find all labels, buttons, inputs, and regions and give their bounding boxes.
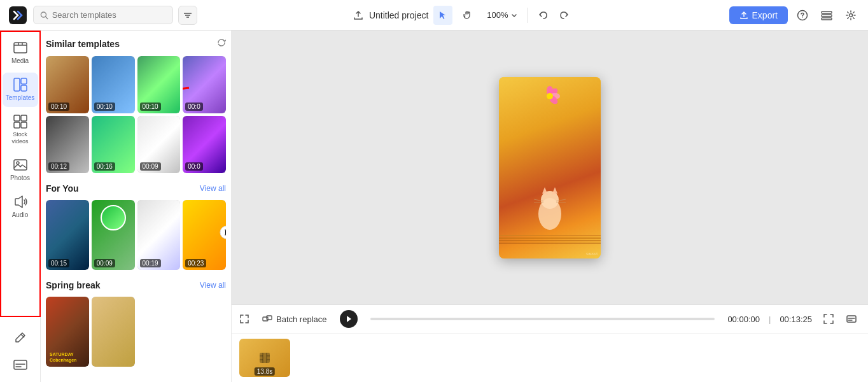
timeline-area: Batch replace 00:00:00 | 00:13:25 (232, 304, 868, 382)
svg-rect-47 (847, 316, 856, 322)
clip-icon (257, 350, 272, 365)
sidebar-item-audio[interactable]: Audio (3, 190, 38, 224)
media-icon (13, 41, 27, 55)
for-you-view-all[interactable]: View all (200, 184, 226, 193)
sidebar-item-photos[interactable]: Photos (3, 153, 38, 187)
svg-point-7 (802, 17, 802, 17)
zoom-control[interactable]: 100% (482, 8, 522, 22)
search-box[interactable] (33, 6, 173, 24)
template-duration: 00:10 (140, 103, 161, 111)
similar-templates-header: Similar templates (46, 38, 226, 50)
spring-break-grid: SATURDAYCobenhagen (46, 297, 226, 367)
project-info: Untitled project 100% (202, 6, 724, 25)
sidebar-item-edit[interactable] (3, 326, 38, 350)
lines-decoration (499, 233, 601, 246)
templates-panel: Similar templates 00:10 00:10 (41, 31, 232, 382)
undo-button[interactable] (533, 6, 552, 25)
template-placeholder (137, 297, 181, 367)
template-thumb[interactable]: 00:0 (183, 56, 226, 113)
time-current: 00:00:00 (727, 315, 760, 324)
batch-replace-button[interactable]: Batch replace (257, 311, 332, 327)
svg-marker-36 (552, 187, 557, 195)
template-thumb[interactable]: 00:10 (46, 56, 89, 113)
next-arrow-button[interactable] (220, 225, 226, 242)
template-thumb[interactable]: 00:10 (92, 56, 135, 113)
project-name: Untitled project (369, 10, 428, 20)
fullscreen-button[interactable] (820, 310, 837, 328)
timeline-right-controls (820, 310, 860, 328)
play-button[interactable] (340, 310, 358, 328)
templates-icon (13, 78, 27, 92)
account-button[interactable] (817, 6, 836, 25)
settings-button[interactable] (841, 6, 860, 25)
svg-rect-15 (21, 85, 27, 91)
svg-rect-18 (14, 122, 20, 128)
filter-button[interactable] (178, 6, 197, 25)
template-thumb[interactable]: SATURDAYCobenhagen (46, 297, 89, 367)
template-thumb[interactable]: 00:09 (92, 200, 135, 270)
caption-button[interactable] (843, 310, 860, 328)
template-thumb[interactable]: 00:23 (183, 200, 226, 270)
svg-marker-35 (542, 187, 548, 195)
sidebar-item-stock-videos[interactable]: Stock videos (3, 110, 38, 150)
canvas-area: capcut Batch replace (232, 31, 868, 382)
spring-break-view-all[interactable]: View all (200, 281, 226, 290)
refresh-button[interactable] (217, 38, 226, 50)
template-thumb[interactable]: 00:12 (46, 116, 89, 173)
template-thumb[interactable]: 00:10 (137, 56, 181, 113)
caption-icon (846, 314, 857, 324)
svg-rect-9 (822, 15, 832, 17)
toolbar-divider (528, 8, 528, 23)
sidebar-label-stock-videos: Stock videos (5, 131, 36, 145)
template-duration: 00:16 (94, 162, 115, 171)
hand-tool-button[interactable] (458, 6, 477, 25)
template-thumb[interactable]: 00:19 (137, 200, 181, 270)
cat-figure (531, 182, 569, 233)
zoom-level: 100% (487, 10, 508, 20)
timeline-progress-bar[interactable] (370, 318, 715, 320)
svg-point-27 (220, 226, 226, 239)
subtitle-icon (13, 358, 27, 372)
svg-rect-22 (14, 360, 27, 369)
svg-rect-17 (21, 115, 27, 121)
search-icon (40, 11, 48, 20)
sidebar-label-templates: Templates (6, 94, 35, 102)
sidebar-label-audio: Audio (12, 211, 29, 219)
template-thumb[interactable]: 00:16 (92, 116, 135, 173)
time-total: 00:13:25 (780, 315, 812, 324)
fullscreen-icon (823, 314, 834, 324)
svg-rect-50 (260, 353, 270, 363)
main-area: Media Templates Stock videos (0, 31, 868, 382)
similar-templates-title: Similar templates (46, 39, 120, 49)
template-thumb[interactable]: 00:15 (46, 200, 89, 270)
sidebar-item-subtitle[interactable] (3, 353, 38, 377)
export-button[interactable]: Export (729, 6, 788, 24)
canvas-frame: capcut (499, 77, 601, 258)
template-duration: 00:19 (140, 259, 161, 267)
export-label: Export (752, 10, 778, 20)
help-button[interactable] (793, 6, 812, 25)
svg-rect-16 (14, 115, 20, 121)
similar-templates-section: Similar templates 00:10 00:10 (46, 38, 226, 173)
sidebar-item-media[interactable]: Media (3, 36, 38, 70)
batch-replace-icon (262, 314, 272, 324)
app-logo[interactable] (8, 5, 28, 25)
for-you-title: For You (46, 183, 79, 194)
expand-icon (239, 314, 249, 324)
template-thumb[interactable]: 00:0 (183, 116, 226, 173)
for-you-grid: 00:15 00:09 00:19 00:23 (46, 200, 226, 270)
track-duration: 13.8s (255, 367, 275, 376)
audio-icon (13, 195, 27, 209)
template-thumb[interactable] (92, 297, 135, 367)
redo-button[interactable] (555, 6, 574, 25)
expand-icon-area[interactable] (239, 314, 249, 324)
search-input[interactable] (52, 10, 166, 20)
for-you-header: For You View all (46, 183, 226, 194)
time-separator: | (769, 315, 771, 324)
for-you-section: For You View all 00:15 00:09 00:19 (46, 183, 226, 270)
batch-replace-label: Batch replace (276, 315, 327, 324)
pointer-tool-button[interactable] (433, 6, 452, 25)
sidebar-item-templates[interactable]: Templates (3, 73, 38, 107)
template-thumb[interactable]: 00:09 (137, 116, 181, 173)
timeline-clip[interactable]: 13.8s 1 (239, 339, 290, 377)
